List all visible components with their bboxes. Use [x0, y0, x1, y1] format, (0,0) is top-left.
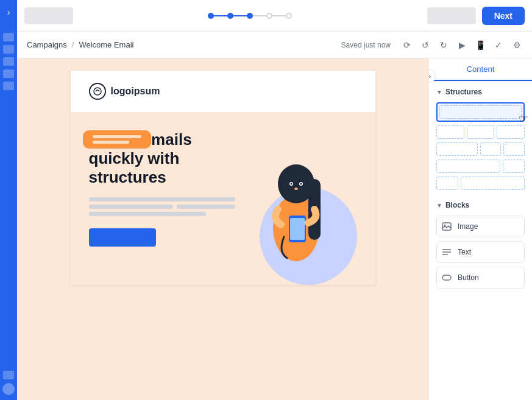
topbar: Next [17, 0, 532, 32]
topbar-placeholder-left [24, 7, 73, 24]
structure-row-5 [436, 177, 525, 190]
breadcrumb-campaigns[interactable]: Campaigns [27, 40, 67, 49]
structure-col-2c[interactable] [497, 125, 525, 139]
svg-rect-17 [442, 275, 451, 280]
blocks-section: ▼ Blocks Image [429, 196, 532, 297]
bubble-line-1 [93, 135, 141, 138]
hero-description-lines [89, 197, 235, 216]
structure-col-2a[interactable] [436, 125, 464, 139]
block-image-label: Image [458, 222, 478, 231]
email-header: logoipsum [71, 71, 375, 112]
structure-row-3 [436, 142, 525, 156]
logo-icon [89, 83, 106, 100]
step-5 [286, 13, 292, 19]
settings-icon[interactable]: ⚙ [511, 40, 522, 51]
sidebar-nav-item-bottom[interactable] [3, 371, 14, 379]
history-icon[interactable]: ⟳ [402, 40, 413, 51]
sidebar-toggle[interactable]: › [5, 5, 13, 19]
blocks-section-title: ▼ Blocks [436, 201, 525, 209]
hero-line-row [89, 205, 235, 209]
step-4 [266, 13, 272, 19]
structure-row-2 [436, 125, 525, 139]
svg-point-9 [294, 188, 298, 190]
left-sidebar: › [0, 0, 17, 400]
block-button-label: Button [458, 273, 479, 282]
sidebar-nav-item-5[interactable] [3, 82, 14, 90]
progress-steps [79, 13, 421, 19]
cursor-icon: ☞ [519, 112, 528, 125]
block-text-label: Text [458, 248, 471, 256]
email-hero: Create emails quickly with structures [71, 112, 375, 285]
structure-1col-selected[interactable]: ☞ [436, 102, 525, 122]
blocks-label: Blocks [445, 201, 469, 209]
tab-content[interactable]: Content [429, 58, 532, 81]
structures-section: ▼ Structures ☞ [429, 82, 532, 196]
svg-point-8 [300, 183, 302, 185]
topbar-placeholder-right [427, 7, 476, 24]
structure-col-4b[interactable] [503, 160, 525, 173]
sidebar-nav-item-2[interactable] [3, 45, 14, 54]
step-line-1 [214, 15, 227, 16]
mobile-icon[interactable]: 📱 [475, 40, 486, 51]
step-line-3 [253, 15, 266, 16]
right-panel: » Content ▼ Structures ☞ [428, 58, 532, 400]
canvas-area: logoipsum Create emails quickly with str… [17, 58, 428, 400]
speech-bubble [83, 130, 151, 149]
structure-row-4 [436, 160, 525, 173]
structure-col-3b[interactable] [480, 142, 502, 156]
step-1 [208, 13, 214, 19]
step-3 [247, 13, 253, 19]
image-icon [441, 220, 453, 233]
svg-rect-11 [290, 218, 305, 240]
structure-col-5b[interactable] [461, 177, 525, 190]
saved-status: Saved just now [341, 41, 391, 49]
blocks-chevron[interactable]: ▼ [436, 202, 442, 209]
block-button[interactable]: Button [436, 267, 525, 289]
structure-col-5a[interactable] [436, 177, 458, 190]
bubble-line-2 [93, 141, 129, 144]
step-line-4 [272, 15, 286, 16]
structures-label: Structures [445, 88, 482, 96]
hero-right [247, 130, 357, 267]
button-icon [441, 272, 453, 284]
breadcrumb-separator: / [72, 40, 74, 49]
main-area: Next Campaigns / Welcome Email Saved jus… [17, 0, 532, 400]
content-area: logoipsum Create emails quickly with str… [17, 58, 532, 400]
structures-section-title: ▼ Structures [436, 88, 525, 96]
panel-tabs: Content [429, 58, 532, 82]
avatar[interactable] [2, 383, 15, 395]
block-text[interactable]: Text [436, 241, 525, 263]
hero-illustration [247, 130, 345, 264]
undo-icon[interactable]: ↺ [420, 40, 431, 51]
hero-line-2b [177, 205, 235, 209]
redo-icon[interactable]: ↻ [438, 40, 449, 51]
structure-col-3a[interactable] [436, 142, 478, 156]
email-canvas: logoipsum Create emails quickly with str… [71, 71, 375, 285]
step-line-2 [233, 15, 247, 16]
breadcrumb-current: Welcome Email [79, 40, 133, 49]
next-button[interactable]: Next [482, 7, 525, 25]
sidebar-nav-item-3[interactable] [3, 57, 14, 66]
sidebar-nav-item-1[interactable] [3, 33, 14, 41]
structure-col-4a[interactable] [436, 160, 500, 173]
hero-line-2a [89, 205, 173, 209]
structures-chevron[interactable]: ▼ [436, 89, 442, 96]
step-2 [227, 13, 233, 19]
svg-point-0 [94, 88, 101, 95]
hero-line-3 [89, 212, 206, 216]
hero-line-1 [89, 197, 235, 202]
breadcrumb-bar: Campaigns / Welcome Email Saved just now… [17, 32, 532, 58]
structure-col [439, 105, 522, 119]
structure-col-2b[interactable] [467, 125, 495, 139]
text-icon [441, 246, 453, 258]
structure-col-3c[interactable] [503, 142, 525, 156]
svg-point-7 [290, 183, 292, 185]
hero-cta-button[interactable] [89, 228, 156, 247]
sidebar-nav-item-4[interactable] [3, 69, 14, 78]
structures-grid: ☞ [436, 102, 525, 190]
block-image[interactable]: Image [436, 216, 525, 237]
logo-text: logoipsum [111, 86, 160, 97]
toolbar-icons: ⟳ ↺ ↻ ▶ 📱 ✓ ⚙ [402, 40, 522, 51]
check-icon[interactable]: ✓ [493, 40, 504, 51]
preview-icon[interactable]: ▶ [456, 40, 467, 51]
